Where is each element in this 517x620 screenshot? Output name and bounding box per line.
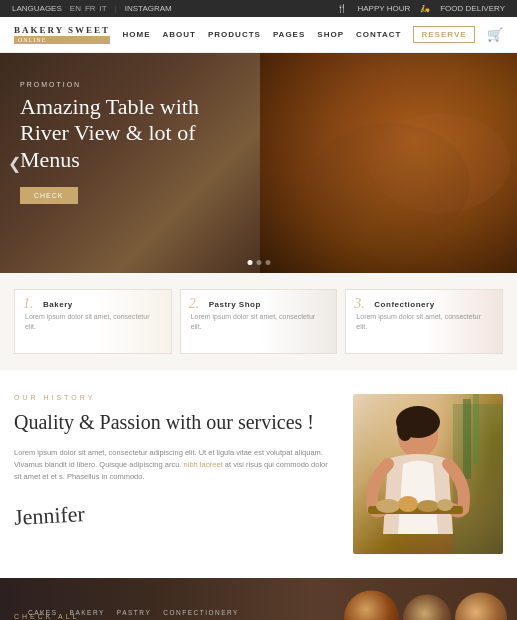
nav-about[interactable]: ABOUT xyxy=(163,30,196,39)
happy-hour-label[interactable]: HAPPY HOUR xyxy=(357,4,410,13)
language-links[interactable]: EN FR IT xyxy=(70,4,107,13)
bottom-nav-labels: CAKES BAKERY PASTRY CONFECTIONERY xyxy=(28,609,239,616)
bread-circles-decoration xyxy=(344,591,507,621)
categories-section: 1. Bakery Lorem ipsum dolor sit amet, co… xyxy=(0,273,517,370)
slide-dots xyxy=(247,260,270,265)
hero-section: ❮ PROMOTION Amazing Table with River Vie… xyxy=(0,53,517,273)
nav-products[interactable]: PRODUCTS xyxy=(208,30,261,39)
category-number-3: 3. xyxy=(354,296,365,312)
nav-reserve[interactable]: RESERVE xyxy=(413,26,474,43)
hero-cta-button[interactable]: CHECK xyxy=(20,187,78,204)
bottom-nav-cakes[interactable]: CAKES xyxy=(28,609,58,616)
svg-point-12 xyxy=(417,500,439,512)
separator-icon: | xyxy=(115,4,117,13)
hero-title: Amazing Table with River View & lot of M… xyxy=(20,94,240,173)
history-image xyxy=(353,394,503,554)
history-section: OUR HISTORY Quality & Passion with our s… xyxy=(0,370,517,578)
nav-shop[interactable]: SHOP xyxy=(317,30,344,39)
svg-point-8 xyxy=(397,417,413,441)
delivery-icon: 🛵 xyxy=(420,4,430,13)
signature: Jennifer xyxy=(13,501,85,531)
logo-tagline: ONLINE xyxy=(14,36,110,44)
bread-circle-3 xyxy=(455,592,507,620)
history-text: OUR HISTORY Quality & Passion with our s… xyxy=(14,394,333,529)
logo: BAKERY SWEET ONLINE xyxy=(14,25,110,44)
hero-content: PROMOTION Amazing Table with River View … xyxy=(20,81,240,204)
svg-rect-5 xyxy=(473,394,479,464)
nav-pages[interactable]: PAGES xyxy=(273,30,305,39)
bread-circle-2 xyxy=(403,594,451,620)
hero-bread-overlay xyxy=(260,53,517,273)
main-nav: HOME ABOUT PRODUCTS PAGES SHOP CONTACT R… xyxy=(123,26,475,43)
top-bar-left: LANGUAGES EN FR IT | INSTAGRAM xyxy=(12,4,172,13)
history-link[interactable]: nibh laoreet xyxy=(184,460,223,469)
slide-dot-1[interactable] xyxy=(247,260,252,265)
svg-point-10 xyxy=(376,499,400,513)
category-card-bakery[interactable]: 1. Bakery Lorem ipsum dolor sit amet, co… xyxy=(14,289,172,354)
category-number-1: 1. xyxy=(23,296,34,312)
top-bar-right: 🍴 HAPPY HOUR 🛵 FOOD DELIVERY xyxy=(337,4,505,13)
history-body: Lorem ipsum dolor sit amet, consectetur … xyxy=(14,447,333,483)
utensils-icon: 🍴 xyxy=(337,4,347,13)
lang-en[interactable]: EN xyxy=(70,4,81,13)
slide-dot-3[interactable] xyxy=(265,260,270,265)
food-delivery-label[interactable]: FOOD DELIVERY xyxy=(440,4,505,13)
category-card-confectionery[interactable]: 3. Confectionery Lorem ipsum dolor sit a… xyxy=(345,289,503,354)
bottom-nav-pastry[interactable]: PASTRY xyxy=(117,609,151,616)
history-label: OUR HISTORY xyxy=(14,394,333,401)
svg-point-2 xyxy=(310,123,470,243)
prev-slide-button[interactable]: ❮ xyxy=(8,154,21,173)
promo-label: PROMOTION xyxy=(20,81,240,88)
bottom-nav-confectionery[interactable]: CONFECTIONERY xyxy=(163,609,239,616)
slide-dot-2[interactable] xyxy=(256,260,261,265)
lang-fr[interactable]: FR xyxy=(85,4,96,13)
category-number-2: 2. xyxy=(189,296,200,312)
instagram-label[interactable]: INSTAGRAM xyxy=(125,4,172,13)
history-title: Quality & Passion with our services ! xyxy=(14,409,333,435)
header: BAKERY SWEET ONLINE HOME ABOUT PRODUCTS … xyxy=(0,17,517,53)
bottom-banner: CHECK ALL CAKES BAKERY PASTRY CONFECTION… xyxy=(0,578,517,620)
bread-circle-1 xyxy=(344,591,399,621)
nav-contact[interactable]: CONTACT xyxy=(356,30,402,39)
cart-icon[interactable]: 🛒 xyxy=(487,27,503,43)
bottom-check-all: CHECK ALL CAKES BAKERY PASTRY CONFECTION… xyxy=(14,613,80,621)
category-card-pastry[interactable]: 2. Pastry Shop Lorem ipsum dolor sit ame… xyxy=(180,289,338,354)
svg-rect-4 xyxy=(463,399,471,479)
top-bar: LANGUAGES EN FR IT | INSTAGRAM 🍴 HAPPY H… xyxy=(0,0,517,17)
svg-point-11 xyxy=(398,496,418,512)
logo-name: BAKERY SWEET xyxy=(14,25,110,35)
lang-it[interactable]: IT xyxy=(100,4,107,13)
languages-label: LANGUAGES xyxy=(12,4,62,13)
bottom-nav-bakery[interactable]: BAKERY xyxy=(70,609,105,616)
nav-home[interactable]: HOME xyxy=(123,30,151,39)
svg-point-13 xyxy=(437,499,453,511)
